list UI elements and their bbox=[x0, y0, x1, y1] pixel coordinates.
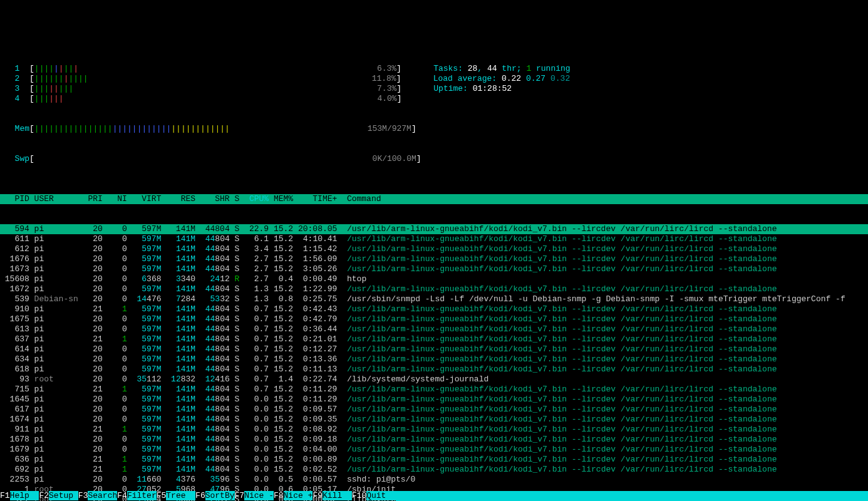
process-row[interactable]: 93 root 20 0 35112 12832 12416 S 0.7 1.4… bbox=[0, 374, 868, 385]
fkey-F1[interactable]: F1 bbox=[0, 491, 10, 500]
fkey-F9[interactable]: F9 bbox=[313, 491, 323, 500]
process-row[interactable]: 539 Debian-sn 20 0 14476 7284 5332 S 1.3… bbox=[0, 294, 868, 304]
process-list[interactable]: 594 pi 20 0 597M 141M 44804 S 22.9 15.2 … bbox=[0, 224, 868, 501]
fkey-F4[interactable]: F4 bbox=[117, 491, 127, 500]
process-row[interactable]: 1678 pi 20 0 597M 141M 44804 S 0.0 15.2 … bbox=[0, 435, 868, 445]
fkey-F10[interactable]: F10 bbox=[352, 491, 366, 500]
fkey-label: Search bbox=[88, 491, 117, 500]
fkey-F7[interactable]: F7 bbox=[235, 491, 245, 500]
process-row[interactable]: 2253 pi 20 0 11660 4376 3596 S 0.0 0.5 0… bbox=[0, 475, 868, 485]
process-row[interactable]: 611 pi 20 0 597M 141M 44804 S 6.1 15.2 4… bbox=[0, 234, 868, 244]
process-row[interactable]: 636 pi 21 1 597M 141M 44804 S 0.0 15.2 0… bbox=[0, 455, 868, 465]
process-row[interactable]: 1645 pi 20 0 597M 141M 44804 S 0.0 15.2 … bbox=[0, 395, 868, 405]
fkey-label: Filter bbox=[127, 491, 157, 500]
fkey-F2[interactable]: F2 bbox=[39, 491, 49, 500]
fkey-F5[interactable]: F5 bbox=[157, 491, 167, 500]
process-row[interactable]: 1679 pi 20 0 597M 141M 44804 S 0.0 15.2 … bbox=[0, 445, 868, 455]
fkey-F6[interactable]: F6 bbox=[195, 491, 205, 500]
fkey-label: Nice + bbox=[284, 491, 313, 500]
fkey-F3[interactable]: F3 bbox=[78, 491, 88, 500]
process-row[interactable]: 618 pi 20 0 597M 141M 44804 S 0.7 15.2 0… bbox=[0, 364, 868, 374]
fkey-label: Quit bbox=[366, 491, 396, 500]
fkey-label: Help bbox=[10, 491, 39, 500]
process-row[interactable]: 634 pi 20 0 597M 141M 44804 S 0.7 15.2 0… bbox=[0, 354, 868, 364]
process-row[interactable]: 637 pi 21 1 597M 141M 44804 S 0.7 15.2 0… bbox=[0, 334, 868, 344]
fkey-F8[interactable]: F8 bbox=[274, 491, 284, 500]
process-row[interactable]: 692 pi 21 1 597M 141M 44804 S 0.0 15.2 0… bbox=[0, 465, 868, 475]
process-row[interactable]: 1672 pi 20 0 597M 141M 44804 S 1.3 15.2 … bbox=[0, 284, 868, 294]
process-row[interactable]: 617 pi 20 0 597M 141M 44804 S 0.0 15.2 0… bbox=[0, 405, 868, 415]
system-header: 1 [|||||||||6.3%] Tasks: 28, 44 thr; 1 r… bbox=[0, 40, 868, 174]
fkey-label: Tree bbox=[166, 491, 195, 500]
process-row[interactable]: 613 pi 20 0 597M 141M 44804 S 0.7 15.2 0… bbox=[0, 324, 868, 334]
process-row[interactable]: 1674 pi 20 0 597M 141M 44804 S 0.0 15.2 … bbox=[0, 415, 868, 425]
process-row[interactable]: 1676 pi 20 0 597M 141M 44804 S 2.7 15.2 … bbox=[0, 254, 868, 264]
fkey-label: Kill bbox=[323, 491, 352, 500]
process-row[interactable]: 614 pi 20 0 597M 141M 44804 S 0.7 15.2 0… bbox=[0, 344, 868, 354]
column-header[interactable]: PID USER PRI NI VIRT RES SHR S CPU% MEM%… bbox=[0, 194, 868, 204]
fkey-label: SortBy bbox=[205, 491, 235, 500]
process-row[interactable]: 594 pi 20 0 597M 141M 44804 S 22.9 15.2 … bbox=[0, 224, 868, 234]
process-row[interactable]: 910 pi 21 1 597M 141M 44804 S 0.7 15.2 0… bbox=[0, 304, 868, 314]
process-row[interactable]: 1675 pi 20 0 597M 141M 44804 S 0.7 15.2 … bbox=[0, 314, 868, 324]
process-row[interactable]: 911 pi 21 1 597M 141M 44804 S 0.0 15.2 0… bbox=[0, 425, 868, 435]
fkey-label: Nice - bbox=[244, 491, 274, 500]
fkey-bar[interactable]: F1Help F2Setup F3SearchF4FilterF5Tree F6… bbox=[0, 491, 868, 501]
fkey-label: Setup bbox=[49, 491, 78, 500]
process-row[interactable]: 612 pi 20 0 597M 141M 44804 S 3.4 15.2 1… bbox=[0, 244, 868, 254]
process-row[interactable]: 15608 pi 20 0 6368 3340 2412 R 2.7 0.4 0… bbox=[0, 274, 868, 284]
process-row[interactable]: 715 pi 21 1 597M 141M 44804 S 0.7 15.2 0… bbox=[0, 385, 868, 395]
process-row[interactable]: 1673 pi 20 0 597M 141M 44804 S 2.7 15.2 … bbox=[0, 264, 868, 274]
